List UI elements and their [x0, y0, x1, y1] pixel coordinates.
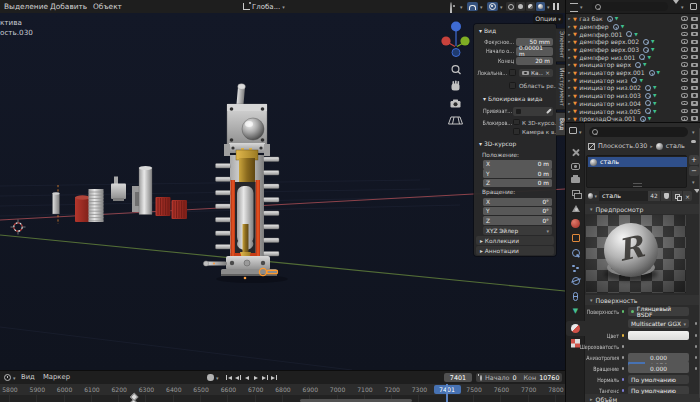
outliner-row[interactable]: ▸▼газ бак▼ [566, 15, 700, 23]
disable-render-icon[interactable] [691, 78, 698, 83]
shading-rendered-button[interactable] [536, 2, 545, 11]
hide-viewport-icon[interactable] [681, 86, 688, 91]
navigation-gizmo[interactable] [441, 22, 469, 57]
proportional-falloff-button[interactable] [450, 2, 452, 11]
material-users-button[interactable]: 42 [648, 191, 660, 201]
hide-viewport-icon[interactable] [681, 109, 688, 114]
outliner-search-input[interactable] [592, 2, 668, 11]
next-keyframe-button[interactable] [261, 373, 269, 382]
sidebar-tab-вид[interactable]: Вид [556, 112, 565, 136]
disclosure-icon[interactable]: ▸ [566, 85, 573, 90]
timeline-scrollbar[interactable] [300, 399, 412, 402]
local-camera-checkbox[interactable] [509, 69, 516, 76]
remove-slot-button[interactable]: − [689, 166, 699, 176]
outliner-row[interactable]: ▸▼инициатор низ.003▼ [566, 92, 700, 100]
hide-viewport-icon[interactable] [681, 16, 688, 21]
outliner-row[interactable]: ▸▼инициатор низ.004▼ [566, 99, 700, 107]
jump-to-start-button[interactable] [225, 373, 233, 382]
panel-header-view[interactable]: ▾ Вид [479, 27, 496, 34]
properties-tab-world[interactable] [571, 218, 581, 228]
outliner-row[interactable]: ▸▼демпфер▼ [566, 23, 700, 31]
properties-tab-view-layer[interactable] [571, 188, 581, 198]
viewport-nav-buttons[interactable] [449, 66, 463, 124]
xray-toggle-button[interactable] [553, 2, 559, 12]
properties-tab-tool[interactable] [571, 147, 581, 157]
prev-keyframe-button[interactable] [234, 373, 242, 382]
lock-option-checkbox[interactable] [513, 119, 520, 126]
properties-tab-object[interactable] [571, 233, 581, 243]
outliner-row[interactable]: ▸▼демпфер.001▼ [566, 30, 700, 38]
properties-tab-scene[interactable] [571, 203, 581, 213]
disclosure-icon[interactable]: ▸ [566, 116, 573, 121]
snap-toggle-button[interactable] [467, 2, 478, 11]
properties-editor-icon[interactable] [569, 127, 577, 134]
timeline-editor-dropdown[interactable]: ▾ [13, 375, 16, 381]
timeline-editor-icon[interactable] [4, 374, 11, 381]
disclosure-icon[interactable]: ▸ [566, 32, 573, 37]
timeline-menu-marker[interactable]: Маркер [43, 371, 70, 384]
disclosure-icon[interactable]: ▸ [566, 62, 573, 67]
browse-material-button[interactable]: ▾ [586, 191, 599, 201]
hide-viewport-icon[interactable] [681, 101, 688, 106]
outliner-row[interactable]: ▸▼демпфер низ.001▼ [566, 53, 700, 61]
timeline-menu-view[interactable]: Вид [21, 371, 35, 384]
disable-render-icon[interactable] [691, 47, 698, 52]
disclosure-icon[interactable]: ▸ [566, 78, 573, 83]
object-name[interactable]: демпфер [579, 23, 608, 30]
section-header-preview[interactable]: ▾Предпросмотр [585, 204, 700, 214]
material-slot-item[interactable]: сталь [588, 157, 687, 167]
shading-solid-button[interactable] [516, 2, 525, 11]
anim-dot[interactable] [695, 356, 698, 359]
disable-render-icon[interactable] [691, 24, 698, 29]
object-name[interactable]: демпфер верх.002 [579, 38, 639, 45]
play-reverse-button[interactable] [243, 373, 251, 382]
disable-render-icon[interactable] [691, 40, 698, 45]
menu-object[interactable]: Объект [93, 0, 122, 13]
outliner-row[interactable]: ▸▼инициатор верх▼ [566, 61, 700, 69]
object-name[interactable]: инициатор низ [579, 77, 627, 84]
falloff-dropdown[interactable]: ▾ [460, 4, 463, 10]
outliner-row[interactable]: ▸▼демпфер верх.002▼ [566, 38, 700, 46]
hide-viewport-icon[interactable] [681, 78, 688, 83]
auto-keying-button[interactable] [207, 374, 214, 381]
local-camera-field[interactable]: Ка...× [519, 69, 553, 78]
sidebar-tab-инструмент[interactable]: Инструмент [556, 64, 565, 110]
object-name[interactable]: демпфер верх.003 [579, 46, 639, 53]
fake-user-button[interactable] [661, 191, 671, 201]
properties-tab-material[interactable] [571, 323, 581, 333]
jump-to-end-button[interactable] [270, 373, 278, 382]
hide-viewport-icon[interactable] [681, 39, 688, 44]
panel-header-3d-cursor[interactable]: ▾ 3D-курсор [479, 140, 516, 147]
disclosure-icon[interactable]: ▸ [566, 47, 573, 52]
object-name[interactable]: инициатор низ.002 [579, 84, 641, 91]
cursor-rotation-z[interactable]: Z0° [483, 216, 552, 225]
anim-dot[interactable] [695, 345, 698, 348]
surface-shader-field[interactable]: Глянцевый BSDF [628, 307, 689, 316]
add-slot-button[interactable]: + [689, 155, 699, 165]
object-name[interactable]: инициатор верх.001 [579, 69, 644, 76]
keying-dropdown[interactable]: ▾ [216, 375, 219, 381]
3d-viewport[interactable]: ктива ость.030 Опции▾ ▾ ВидФокусное...50… [0, 13, 565, 370]
disclosure-icon[interactable]: ▸ [566, 93, 573, 98]
disable-render-icon[interactable] [691, 17, 698, 22]
properties-tab-physics[interactable] [571, 276, 581, 286]
disable-render-icon[interactable] [691, 70, 698, 75]
disable-render-icon[interactable] [691, 55, 698, 60]
lock-option-checkbox[interactable] [513, 128, 520, 135]
shading-dropdown[interactable]: ▾ [547, 4, 550, 10]
play-button[interactable] [252, 373, 260, 382]
frame-range-field[interactable]: Начало 0 Кон 10760 [476, 373, 562, 382]
disclosure-icon[interactable]: ▸ [566, 39, 573, 44]
disclosure-icon[interactable]: ▸ [566, 24, 573, 29]
object-name[interactable]: инициатор низ.005 [579, 108, 641, 115]
eyedropper-icon[interactable] [547, 109, 552, 114]
current-frame-field[interactable]: 7401 [444, 373, 472, 382]
object-name[interactable]: газ бак [579, 15, 602, 22]
hide-viewport-icon[interactable] [681, 24, 688, 29]
cursor-rotation-y[interactable]: Y0° [483, 207, 552, 216]
cursor-location-z[interactable]: Z0 m [483, 179, 552, 188]
slot-specials-dropdown[interactable]: ▾ [692, 179, 695, 185]
properties-search-input[interactable] [589, 127, 688, 137]
snap-dropdown[interactable]: ▾ [480, 4, 483, 10]
disclosure-icon[interactable]: ▸ [566, 16, 573, 21]
